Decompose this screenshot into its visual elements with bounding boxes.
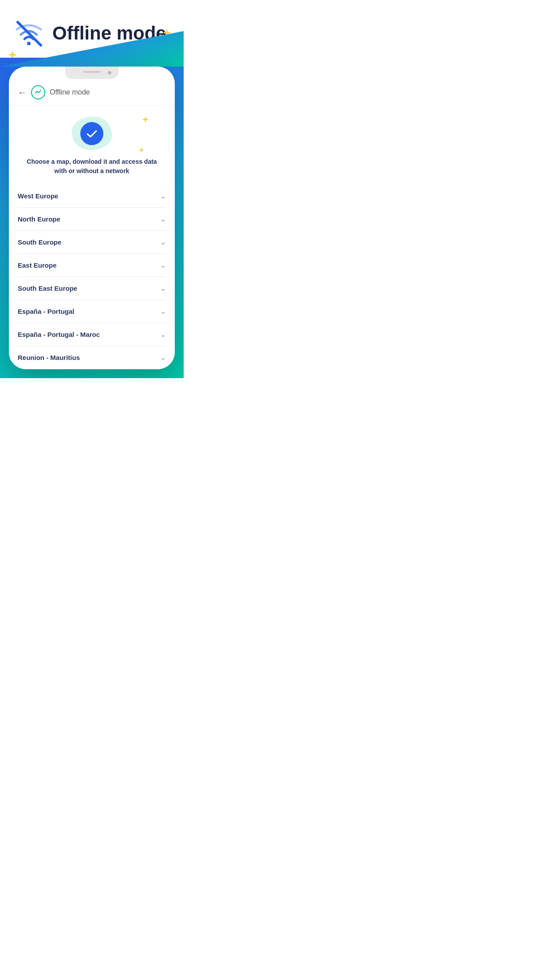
map-list-item[interactable]: España - Portugal⌄ bbox=[18, 300, 166, 323]
map-list-item[interactable]: West Europe⌄ bbox=[18, 185, 166, 208]
camera-dot bbox=[108, 71, 111, 75]
blue-background: ← Offline mode + + bbox=[0, 58, 184, 378]
app-logo-icon bbox=[34, 88, 42, 96]
chevron-down-icon: ⌄ bbox=[160, 261, 166, 269]
map-item-label: North Europe bbox=[18, 215, 60, 223]
map-list-item[interactable]: Reunion - Mauritius⌄ bbox=[18, 346, 166, 369]
map-item-label: East Europe bbox=[18, 261, 57, 269]
map-item-label: Reunion - Mauritius bbox=[18, 354, 80, 361]
map-list-item[interactable]: España - Portugal - Maroc⌄ bbox=[18, 323, 166, 346]
app-icon-circle bbox=[31, 85, 45, 99]
app-header: ← Offline mode bbox=[9, 79, 175, 106]
app-header-title: Offline mode bbox=[50, 88, 90, 96]
logo-blob bbox=[72, 117, 112, 150]
chevron-down-icon: ⌄ bbox=[160, 330, 166, 339]
map-list-item[interactable]: East Europe⌄ bbox=[18, 254, 166, 277]
chevron-down-icon: ⌄ bbox=[160, 215, 166, 223]
phone-notch bbox=[65, 67, 118, 79]
map-item-label: South East Europe bbox=[18, 285, 77, 292]
back-button[interactable]: ← bbox=[18, 87, 27, 98]
phone-screen: ← Offline mode + + bbox=[9, 79, 175, 369]
chevron-down-icon: ⌄ bbox=[160, 238, 166, 246]
map-item-label: España - Portugal - Maroc bbox=[18, 331, 100, 338]
chevron-down-icon: ⌄ bbox=[160, 307, 166, 316]
map-list-item[interactable]: South Europe⌄ bbox=[18, 231, 166, 254]
logo-check-icon bbox=[86, 127, 98, 140]
map-list-item[interactable]: South East Europe⌄ bbox=[18, 277, 166, 300]
map-item-label: España - Portugal bbox=[18, 308, 75, 315]
phone-mockup: ← Offline mode + + bbox=[9, 67, 175, 369]
wifi-off-icon bbox=[13, 18, 44, 49]
chevron-down-icon: ⌄ bbox=[160, 284, 166, 292]
map-list: West Europe⌄North Europe⌄South Europe⌄Ea… bbox=[9, 185, 175, 369]
map-item-label: West Europe bbox=[18, 192, 58, 200]
logo-area: + + bbox=[9, 106, 175, 157]
chevron-down-icon: ⌄ bbox=[160, 192, 166, 200]
map-item-label: South Europe bbox=[18, 238, 61, 246]
svg-point-1 bbox=[27, 42, 31, 45]
map-list-item[interactable]: North Europe⌄ bbox=[18, 208, 166, 231]
phone-subtitle: Choose a map, download it and access dat… bbox=[9, 157, 175, 185]
decoration-plus-phone-1: + bbox=[142, 114, 148, 126]
decoration-plus-phone-2: + bbox=[139, 146, 144, 155]
chevron-down-icon: ⌄ bbox=[160, 353, 166, 362]
logo-circle bbox=[80, 122, 103, 145]
